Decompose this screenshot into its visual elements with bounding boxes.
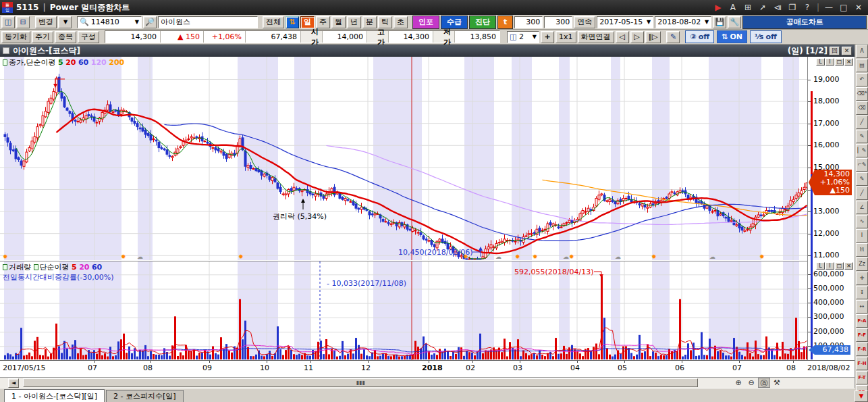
pane-button-✕[interactable]: ✕ (844, 262, 853, 270)
zoom-out-icon[interactable]: ⊖ (745, 378, 757, 388)
pane-button-✕[interactable]: ✕ (844, 58, 853, 66)
text-zz-tool-icon[interactable]: Zz (856, 257, 868, 271)
screen-link-button[interactable]: 화면연결 (578, 31, 614, 43)
fibo-fan-tool-icon[interactable]: F-F (856, 328, 868, 342)
close-icon[interactable]: ✕ (853, 3, 864, 12)
fibo-time-tool-icon[interactable]: F-T (856, 371, 868, 384)
minimize-icon[interactable]: — (823, 3, 834, 12)
info-button[interactable]: 인포 (412, 16, 439, 29)
pencil-free-tool-icon[interactable]: ✎ (856, 172, 868, 186)
cycle-button[interactable]: 주기 (32, 31, 53, 43)
title-bar[interactable]: 틀임 5115 | Power 멀티종합차트 ▶A⊞➚⧏❐?|—□✕ (0, 0, 868, 15)
t-button[interactable]: t (497, 16, 513, 29)
volume-ma-checkbox[interactable] (34, 264, 38, 270)
pencil-corner-tool-icon[interactable]: ⌐✎ (856, 158, 868, 172)
search-icon[interactable]: 🔍 (80, 18, 89, 26)
scale-toggle-2[interactable]: ⅟soff (750, 30, 782, 43)
updown-toggle-icon[interactable]: ⇅ (286, 16, 299, 28)
short-selling-chart-button[interactable]: 공매도차트 (742, 16, 867, 29)
change-button[interactable]: 변경 (35, 16, 57, 28)
trendline-tool-icon[interactable]: ╱ (856, 116, 868, 129)
volume-pane[interactable]: - 10,033(2017/11/08)592,055(2018/04/13) … (0, 261, 807, 360)
stock-search-icon[interactable]: 🔎 (143, 16, 157, 28)
play-button[interactable]: ‖▷ (645, 31, 661, 43)
continuous-button[interactable]: 연속 (574, 16, 595, 28)
time-axis[interactable]: 2017/05/15070809101112201802030405060708… (0, 360, 855, 377)
pane-button-L[interactable]: L (816, 58, 825, 66)
pencil-down-tool-icon[interactable]: ✎ (856, 130, 868, 143)
pane-button-□[interactable]: □ (835, 58, 844, 66)
height-measure-tool-icon[interactable]: ↕ (856, 286, 868, 299)
pencil-vline-tool-icon[interactable]: ▏✎ (856, 144, 868, 157)
compose-button[interactable]: 구성 (78, 31, 99, 43)
cross-arrows-tool-icon[interactable]: ✛ (856, 272, 868, 285)
scrollbar-thumb[interactable]: ▮▮▮ (23, 378, 698, 387)
settings-wrench-icon[interactable]: 🔧 (728, 16, 741, 28)
date-to-select[interactable]: 2018-08-02▼ (655, 16, 711, 28)
scroll-left-icon[interactable]: ◄ (8, 378, 19, 388)
undo-tool-icon[interactable]: ↶ (856, 73, 868, 86)
fibo-retracement-tool-icon[interactable]: F-R (856, 343, 868, 356)
period-button-월[interactable]: 월 (331, 16, 346, 28)
volume-legend-checkbox[interactable] (3, 264, 7, 270)
save-icon[interactable]: 💾 (713, 16, 726, 28)
add-window-icon[interactable]: ⊞ (742, 3, 753, 12)
add-pane-button[interactable]: + (541, 31, 554, 43)
ray-line-tool-icon[interactable]: ╱ (856, 186, 868, 200)
price-pane[interactable]: 19,128(2017/06/09)권리락 (5,34%)10,450(2018… (0, 57, 807, 260)
pane-button-I[interactable]: I (825, 58, 834, 66)
toolbar-collapse-arrow[interactable]: ▼ (855, 391, 868, 402)
external-link-icon[interactable]: ➚ (757, 3, 768, 12)
erase-all-tool-icon[interactable]: ⌫ᴬ (856, 87, 868, 101)
layout-single-icon[interactable]: ⊟ (16, 16, 30, 28)
diagnosis-button[interactable]: 진단 (469, 16, 496, 29)
chart-pane-titlebar[interactable]: 아이원스-[코스닥] (일) [1/2] 回 ✕ (0, 45, 855, 57)
vertical-line-tool-icon[interactable]: Ⅰ (856, 229, 868, 243)
pane-button-L[interactable]: L (816, 262, 825, 270)
horizontal-line-tool-icon[interactable]: Ⲏ (856, 243, 868, 257)
angle-tool-icon[interactable]: ∠ (856, 201, 868, 214)
item-button[interactable]: 종목 (55, 31, 76, 43)
cascade-windows-icon[interactable]: ❐ (787, 3, 798, 12)
pane-button-I[interactable]: I (825, 262, 834, 270)
pen-icon[interactable]: ✎ (666, 31, 680, 43)
scale-toggle-1[interactable]: ⇅ON (717, 30, 747, 43)
zoom-reset-icon[interactable]: ⓐ (758, 378, 770, 388)
eraser-tool-icon[interactable]: ⌫ (856, 101, 868, 115)
fibo-arc-tool-icon[interactable]: F-A (856, 314, 868, 328)
split-count-select[interactable]: ◫ 2▼ (507, 31, 539, 43)
price-legend-checkbox[interactable] (3, 59, 7, 66)
chart-tools-icon[interactable]: ⚒ (771, 378, 783, 388)
step-forward-button[interactable]: ▷ (630, 31, 644, 43)
zigzag-tool-icon[interactable]: ∿ (856, 215, 868, 228)
pane-button-□[interactable]: □ (835, 262, 844, 270)
date-from-select[interactable]: 2017-05-15▼ (597, 16, 653, 28)
pane-restore-icon[interactable]: 回 (830, 47, 840, 55)
stock-code-input[interactable]: 🔍 114810 ▼ (77, 16, 142, 28)
period-button-초[interactable]: 초 (394, 16, 408, 28)
bar-count-input-2[interactable]: 300 (544, 16, 572, 28)
zoom-in-icon[interactable]: ⊕ (732, 378, 744, 388)
sync-button[interactable]: 동기화 (1, 31, 30, 43)
bar-count-input-1[interactable]: 300 (514, 16, 543, 28)
all-button[interactable]: 전체 (263, 16, 284, 28)
bookmark-icon[interactable]: ⧏ (772, 3, 783, 12)
horizontal-scrollbar[interactable]: ◄ ▮▮▮ ⊕ ⊖ ⓐ ⚒ (0, 377, 855, 388)
step-back-button[interactable]: ◁ (616, 31, 629, 43)
period-button-년[interactable]: 년 (347, 16, 361, 28)
fibo-height-tool-icon[interactable]: F-H (856, 357, 868, 370)
font-size-icon[interactable]: A (728, 3, 738, 12)
grid-layout-button[interactable]: 1x1 (555, 31, 576, 43)
width-measure-tool-icon[interactable]: ↔ (856, 300, 868, 313)
maximize-icon[interactable]: □ (838, 3, 849, 12)
price-axis[interactable]: LI□✕LI□✕19,00018,00017,00016,00015,00014… (807, 57, 855, 377)
chart-tab-1[interactable]: 1 - 아이원스-[코스닥][일] (4, 389, 105, 402)
pane-close-icon[interactable]: ✕ (842, 47, 852, 55)
layout-dual-icon[interactable]: ◫ (1, 16, 15, 28)
alert-icon[interactable]: ▶ (713, 3, 724, 12)
change-dropdown[interactable]: ▼ (58, 16, 72, 28)
scale-toggle-0[interactable]: ③off (685, 30, 714, 43)
chart-tab-2[interactable]: 2 - 코스피지수[일] (106, 390, 184, 402)
indicator-list-icon[interactable]: ▤ (856, 59, 868, 72)
help-icon[interactable]: ? (802, 3, 813, 12)
